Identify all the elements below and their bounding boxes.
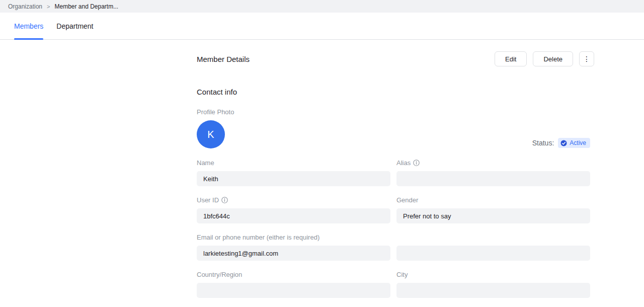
phone-field [396,246,590,261]
contact-form-grid: Name Keith Alias User ID [197,159,590,298]
name-label: Name [197,159,390,167]
field-gender: Gender Prefer not to say [396,196,590,223]
breadcrumb-item-organization[interactable]: Organization [8,3,42,10]
vertical-dots-icon: ⋮ [583,55,590,62]
alias-field [396,171,590,186]
tab-bar: Members Department [0,13,644,40]
edit-button[interactable]: Edit [495,51,527,66]
email-field: larkietesting1@gmail.com [197,246,390,261]
field-city: City [396,270,590,298]
avatar: K [197,120,225,148]
alias-label: Alias [396,159,590,167]
page-title: Member Details [197,55,250,63]
field-phone [396,233,590,261]
country-field [197,283,390,298]
alias-label-text: Alias [396,159,411,167]
field-country: Country/Region [197,270,390,298]
info-icon[interactable] [221,197,228,203]
check-circle-icon [560,140,567,146]
more-button[interactable]: ⋮ [579,51,594,66]
breadcrumb: Organization > Member and Departm... [0,0,644,13]
delete-button[interactable]: Delete [533,51,573,66]
field-user-id: User ID 1bfc644c [197,196,390,223]
section-title-contact-info: Contact info [197,88,644,96]
user-id-field: 1bfc644c [197,208,390,223]
country-label: Country/Region [197,270,390,278]
info-icon[interactable] [413,160,420,166]
field-alias: Alias [396,159,590,186]
action-buttons: Edit Delete ⋮ [495,51,594,66]
detail-header: Member Details Edit Delete ⋮ [197,51,594,66]
breadcrumb-item-member-and-department[interactable]: Member and Departm... [54,3,118,10]
status-label: Status: [532,139,554,147]
city-field [396,283,590,298]
email-label: Email or phone number (either is require… [197,233,390,241]
tab-department[interactable]: Department [56,13,93,39]
breadcrumb-separator: > [47,4,50,10]
user-id-label: User ID [197,196,390,204]
field-email: Email or phone number (either is require… [197,233,390,261]
name-field: Keith [197,171,390,186]
status-value: Active [570,139,586,146]
city-label: City [396,270,590,278]
gender-field: Prefer not to say [396,208,590,223]
status-badge: Active [558,138,590,148]
user-id-label-text: User ID [197,196,219,204]
field-name: Name Keith [197,159,390,186]
member-details-panel: Member Details Edit Delete ⋮ Contact inf… [0,40,644,298]
gender-label: Gender [396,196,590,204]
profile-photo-label: Profile Photo [197,108,644,116]
avatar-row: K Status: Active [197,120,590,148]
tab-members[interactable]: Members [14,13,43,39]
phone-label [396,233,590,241]
status: Status: Active [532,138,590,148]
